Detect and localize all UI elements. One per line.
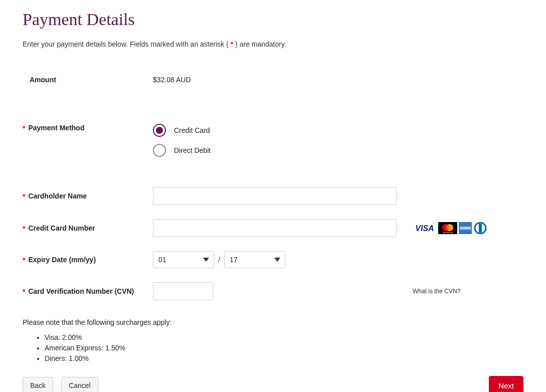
- required-asterisk: *: [23, 192, 25, 201]
- card-number-label-wrap: * Credit Card Number: [23, 224, 153, 233]
- row-card-number: * Credit Card Number VISA mastercard: [23, 219, 523, 237]
- card-logos: VISA mastercard: [404, 222, 523, 234]
- back-button[interactable]: Back: [23, 377, 53, 392]
- required-asterisk: *: [23, 124, 25, 132]
- expiry-separator: /: [218, 256, 220, 264]
- surcharge-list: Visa: 2.00% American Express: 1.50% Dine…: [23, 332, 523, 364]
- next-button[interactable]: Next: [489, 376, 523, 392]
- cvn-input[interactable]: [153, 282, 213, 300]
- radio-credit-card-label: Credit Card: [174, 126, 210, 134]
- cardholder-input[interactable]: [153, 187, 397, 205]
- radio-circle-icon: [153, 144, 166, 157]
- required-asterisk: *: [23, 288, 25, 296]
- cvn-label: Card Verification Number (CVN): [28, 287, 134, 295]
- radio-circle-icon: [153, 124, 166, 137]
- cvn-label-wrap: * Card Verification Number (CVN): [23, 287, 153, 296]
- svg-text:VISA: VISA: [415, 224, 434, 233]
- visa-icon: VISA: [413, 222, 437, 234]
- expiry-year-select[interactable]: 17: [224, 251, 285, 268]
- row-cvn: * Card Verification Number (CVN) What is…: [23, 282, 523, 300]
- amount-label: Amount: [23, 76, 153, 84]
- radio-direct-debit-label: Direct Debit: [174, 146, 211, 154]
- intro-text: Enter your payment details below. Fields…: [23, 40, 523, 48]
- list-item: American Express: 1.50%: [45, 343, 523, 353]
- amount-value: $32.08 AUD: [153, 76, 404, 84]
- card-number-input[interactable]: [153, 219, 397, 237]
- surcharge-intro: Please note that the following surcharge…: [23, 318, 523, 326]
- cardholder-label: Cardholder Name: [28, 192, 87, 200]
- expiry-label: Expiry Date (mm/yy): [28, 256, 96, 264]
- card-number-label: Credit Card Number: [28, 224, 95, 232]
- row-payment-method: * Payment Method Credit Card Direct Debi…: [23, 124, 523, 157]
- row-amount: Amount $32.08 AUD: [23, 76, 523, 84]
- list-item: Diners: 1.00%: [45, 353, 523, 364]
- expiry-label-wrap: * Expiry Date (mm/yy): [23, 256, 153, 264]
- page-title: Payment Details: [23, 10, 523, 29]
- row-expiry: * Expiry Date (mm/yy) 01 / 17: [23, 251, 523, 268]
- intro-before: Enter your payment details below. Fields…: [23, 40, 231, 48]
- mastercard-icon: mastercard: [438, 222, 457, 234]
- expiry-month-select[interactable]: 01: [153, 251, 214, 268]
- footer-actions: Back Cancel Next: [23, 376, 523, 392]
- intro-after: ) are mandatory.: [233, 40, 286, 48]
- radio-credit-card[interactable]: Credit Card: [153, 124, 404, 137]
- payment-method-label: Payment Method: [28, 124, 84, 132]
- payment-method-options: Credit Card Direct Debit: [153, 124, 404, 157]
- cancel-button[interactable]: Cancel: [61, 377, 98, 392]
- required-asterisk: *: [23, 256, 25, 264]
- payment-method-label-wrap: * Payment Method: [23, 124, 153, 132]
- required-asterisk: *: [23, 225, 25, 233]
- diners-icon: [473, 222, 487, 234]
- svg-text:mastercard: mastercard: [443, 231, 453, 234]
- list-item: Visa: 2.00%: [45, 332, 523, 343]
- amex-icon: [459, 222, 472, 234]
- svg-rect-7: [460, 227, 471, 230]
- cvn-help-link[interactable]: What is the CVN?: [413, 288, 460, 295]
- radio-direct-debit[interactable]: Direct Debit: [153, 144, 404, 157]
- svg-rect-10: [479, 224, 482, 233]
- row-cardholder: * Cardholder Name: [23, 187, 523, 205]
- cardholder-label-wrap: * Cardholder Name: [23, 192, 153, 201]
